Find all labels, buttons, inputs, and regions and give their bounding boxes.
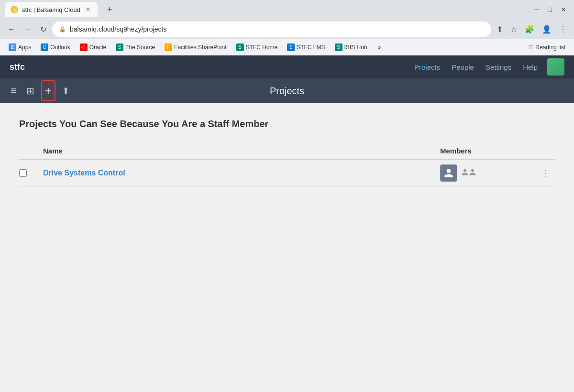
oracle-bookmark-icon: ◎ xyxy=(80,44,88,51)
app-header: stfc Projects People Settings Help xyxy=(0,55,574,78)
address-bar[interactable]: 🔒 balsamiq.cloud/sq9hezy/projects xyxy=(52,22,491,37)
bookmark-isis[interactable]: S ISIS Hub xyxy=(331,42,371,53)
list-view-button[interactable]: ≡ xyxy=(8,82,20,100)
import-button[interactable]: ⬆ xyxy=(59,83,72,99)
column-header-name: Name xyxy=(43,147,440,155)
table-row: Drive Systems Control ⋮ xyxy=(19,160,555,187)
bookmark-stfchome[interactable]: S STFC Home xyxy=(232,42,282,53)
apps-bookmark-icon: ⊞ xyxy=(9,44,16,51)
bookmark-oracle[interactable]: ◎ Oracle xyxy=(76,42,110,53)
bookmark-star-icon[interactable]: ☆ xyxy=(508,24,519,35)
bookmark-stfchome-label: STFC Home xyxy=(246,44,278,51)
tab-favicon: ☺ xyxy=(11,6,18,13)
facilities-bookmark-icon: F xyxy=(165,44,172,51)
bookmark-oracle-label: Oracle xyxy=(89,44,106,51)
more-options-icon[interactable]: ⋮ xyxy=(557,24,569,35)
group-members-icon xyxy=(461,167,476,179)
close-button[interactable]: ✕ xyxy=(558,5,569,14)
forward-button[interactable]: → xyxy=(21,23,34,35)
stfclms-bookmark-icon: S xyxy=(287,44,295,51)
list-view-icon: ≡ xyxy=(11,85,17,97)
project-link[interactable]: Drive Systems Control xyxy=(43,169,125,177)
nav-settings[interactable]: Settings xyxy=(486,63,511,71)
refresh-button[interactable]: ↻ xyxy=(37,23,49,36)
new-tab-button[interactable]: + xyxy=(103,4,116,16)
share-icon[interactable]: ⬆ xyxy=(494,24,505,35)
back-button[interactable]: ← xyxy=(5,23,18,35)
row-actions-cell: ⋮ xyxy=(536,166,555,180)
column-header-members: Members xyxy=(440,147,536,155)
lock-icon: 🔒 xyxy=(59,26,66,33)
bookmark-facilities[interactable]: F Facilities SharePoint xyxy=(161,42,230,53)
profile-icon[interactable]: 👤 xyxy=(540,24,554,35)
grid-view-button[interactable]: ⊞ xyxy=(23,82,37,99)
grid-view-icon: ⊞ xyxy=(26,85,34,97)
outlook-bookmark-icon: O xyxy=(41,44,48,51)
nav-help[interactable]: Help xyxy=(523,63,538,71)
bookmark-source-label: The Source xyxy=(125,44,155,51)
group-icon xyxy=(461,167,476,179)
url-text: balsamiq.cloud/sq9hezy/projects xyxy=(70,25,166,33)
app-logo: stfc xyxy=(10,62,25,72)
bookmark-facilities-label: Facilities SharePoint xyxy=(174,44,226,51)
bookmark-apps[interactable]: ⊞ Apps xyxy=(5,42,35,53)
row-more-options-button[interactable]: ⋮ xyxy=(538,166,553,180)
reading-list-button[interactable]: ☰ Reading list xyxy=(524,43,569,52)
bookmark-isis-label: ISIS Hub xyxy=(344,44,367,51)
app-nav: Projects People Settings Help xyxy=(414,63,538,71)
toolbar-title: Projects xyxy=(270,86,304,97)
extension-icon[interactable]: 🧩 xyxy=(522,24,537,35)
row-checkbox[interactable] xyxy=(19,169,43,177)
select-project-checkbox[interactable] xyxy=(19,169,27,177)
reading-list-icon: ☰ xyxy=(528,44,533,51)
add-project-icon: + xyxy=(45,84,52,98)
bookmarks-more-button[interactable]: » xyxy=(374,43,385,52)
bookmarks-bar: ⊞ Apps O Outlook ◎ Oracle S The Source F… xyxy=(0,39,574,55)
maximize-button[interactable]: □ xyxy=(545,5,555,14)
source-bookmark-icon: S xyxy=(116,44,123,51)
minimize-button[interactable]: ─ xyxy=(532,5,542,14)
bookmark-stfclms[interactable]: S STFC LMS xyxy=(283,42,329,53)
tab-close-button[interactable]: ✕ xyxy=(84,6,92,13)
project-name-cell: Drive Systems Control xyxy=(43,169,440,177)
avatar[interactable] xyxy=(547,58,564,76)
isis-bookmark-icon: S xyxy=(335,44,342,51)
toolbar: ≡ ⊞ + ⬆ Projects xyxy=(0,78,574,103)
add-project-button[interactable]: + xyxy=(41,80,55,101)
nav-projects[interactable]: Projects xyxy=(414,63,440,71)
bookmark-source[interactable]: S The Source xyxy=(112,42,159,53)
bookmark-outlook[interactable]: O Outlook xyxy=(37,42,74,53)
bookmark-stfclms-label: STFC LMS xyxy=(297,44,325,51)
member-avatar-icon xyxy=(440,164,457,182)
nav-people[interactable]: People xyxy=(452,63,474,71)
bookmark-outlook-label: Outlook xyxy=(50,44,70,51)
tab-title: stfc | Balsamiq Cloud xyxy=(22,6,80,13)
reading-list-label: Reading list xyxy=(535,44,565,51)
import-icon: ⬆ xyxy=(62,86,69,96)
stfchome-bookmark-icon: S xyxy=(236,44,244,51)
bookmark-apps-label: Apps xyxy=(18,44,31,51)
table-header: Name Members xyxy=(19,143,555,160)
bookmarks-more-icon: » xyxy=(378,44,381,51)
person-icon xyxy=(443,168,454,178)
projects-table: Name Members Drive Systems Control xyxy=(19,143,555,187)
project-members-cell xyxy=(440,164,536,182)
main-content: Projects You Can See Because You Are a S… xyxy=(0,103,574,202)
section-title: Projects You Can See Because You Are a S… xyxy=(19,119,555,130)
